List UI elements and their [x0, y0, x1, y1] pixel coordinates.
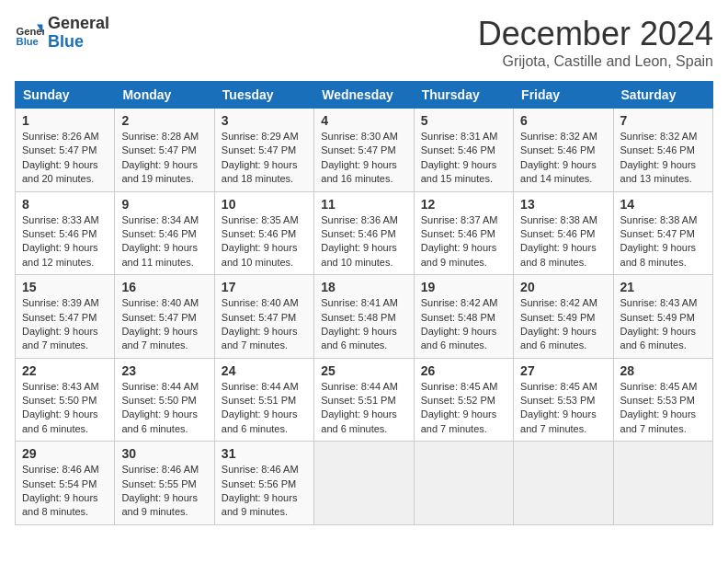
cell-info-line: Sunset: 5:47 PM — [222, 144, 307, 157]
cell-info-line: Sunrise: 8:37 AM — [421, 213, 506, 227]
cell-info-line: Daylight: 9 hours — [22, 491, 108, 505]
cell-info-line: and 9 minutes. — [421, 256, 506, 270]
day-number: 10 — [222, 197, 307, 212]
day-number: 28 — [620, 363, 706, 378]
calendar-cell: 30Sunrise: 8:46 AMSunset: 5:55 PMDayligh… — [115, 442, 214, 525]
cell-info-line: Sunset: 5:47 PM — [222, 311, 307, 325]
cell-info-line: and 14 minutes. — [520, 172, 606, 186]
cell-info-line: Sunrise: 8:31 AM — [421, 130, 506, 144]
calendar-cell — [514, 442, 613, 525]
cell-info-line: Sunrise: 8:46 AM — [222, 463, 307, 477]
week-row-3: 15Sunrise: 8:39 AMSunset: 5:47 PMDayligh… — [16, 275, 713, 359]
calendar-cell: 11Sunrise: 8:36 AMSunset: 5:46 PMDayligh… — [314, 191, 414, 275]
cell-info-line: Sunrise: 8:34 AM — [121, 213, 207, 227]
header-day-sunday: Sunday — [16, 82, 115, 109]
cell-info-line: Sunrise: 8:38 AM — [520, 213, 606, 227]
calendar-body: 1Sunrise: 8:26 AMSunset: 5:47 PMDaylight… — [16, 109, 713, 525]
cell-info-line: Sunset: 5:51 PM — [222, 394, 307, 408]
svg-text:Blue: Blue — [17, 36, 39, 47]
week-row-2: 8Sunrise: 8:33 AMSunset: 5:46 PMDaylight… — [16, 191, 713, 275]
cell-info-line: Sunset: 5:46 PM — [520, 144, 606, 157]
calendar-cell: 3Sunrise: 8:29 AMSunset: 5:47 PMDaylight… — [214, 109, 313, 192]
cell-info-line: Sunset: 5:47 PM — [321, 144, 406, 157]
header-row: SundayMondayTuesdayWednesdayThursdayFrid… — [16, 82, 713, 109]
cell-info-line: Sunset: 5:49 PM — [520, 311, 606, 325]
cell-info-line: and 12 minutes. — [22, 256, 108, 270]
cell-info-line: and 6 minutes. — [22, 422, 108, 436]
cell-info-line: Sunrise: 8:29 AM — [222, 130, 307, 144]
calendar-cell: 18Sunrise: 8:41 AMSunset: 5:48 PMDayligh… — [314, 275, 414, 359]
cell-info-line: and 7 minutes. — [22, 339, 108, 352]
cell-info-line: Daylight: 9 hours — [222, 408, 307, 421]
cell-info-line: and 15 minutes. — [421, 172, 506, 186]
page-header: General Blue GeneralBlue December 2024 G… — [15, 15, 713, 70]
cell-info-line: Sunset: 5:47 PM — [22, 144, 108, 157]
cell-info-line: and 6 minutes. — [520, 339, 606, 352]
header-day-tuesday: Tuesday — [214, 82, 313, 109]
cell-info-line: and 13 minutes. — [620, 172, 706, 186]
cell-info-line: Sunrise: 8:41 AM — [321, 296, 406, 310]
header-day-friday: Friday — [514, 82, 613, 109]
day-number: 17 — [222, 280, 307, 294]
logo: General Blue GeneralBlue — [15, 15, 109, 52]
cell-info-line: Sunrise: 8:32 AM — [520, 130, 606, 144]
logo-icon: General Blue — [15, 18, 44, 48]
cell-info-line: Daylight: 9 hours — [22, 241, 108, 255]
cell-info-line: Daylight: 9 hours — [121, 325, 207, 339]
cell-info-line: Sunrise: 8:46 AM — [121, 463, 207, 477]
cell-info-line: Sunset: 5:46 PM — [421, 144, 506, 157]
cell-info-line: and 6 minutes. — [421, 339, 506, 352]
cell-info-line: and 18 minutes. — [222, 172, 307, 186]
day-number: 1 — [22, 113, 108, 128]
calendar-cell: 22Sunrise: 8:43 AMSunset: 5:50 PMDayligh… — [16, 358, 115, 442]
cell-info-line: Sunset: 5:46 PM — [121, 227, 207, 241]
week-row-5: 29Sunrise: 8:46 AMSunset: 5:54 PMDayligh… — [16, 442, 713, 525]
calendar-cell: 12Sunrise: 8:37 AMSunset: 5:46 PMDayligh… — [414, 191, 513, 275]
cell-info-line: Sunrise: 8:36 AM — [321, 213, 406, 227]
day-number: 15 — [22, 280, 108, 294]
cell-info-line: Sunset: 5:51 PM — [321, 394, 406, 408]
calendar-cell: 10Sunrise: 8:35 AMSunset: 5:46 PMDayligh… — [214, 191, 313, 275]
day-number: 21 — [620, 280, 706, 294]
cell-info-line: Daylight: 9 hours — [121, 241, 207, 255]
calendar-cell: 7Sunrise: 8:32 AMSunset: 5:46 PMDaylight… — [613, 109, 712, 192]
cell-info-line: Daylight: 9 hours — [121, 158, 207, 172]
day-number: 7 — [620, 113, 706, 128]
logo-text: GeneralBlue — [48, 15, 109, 52]
cell-info-line: Sunset: 5:50 PM — [121, 394, 207, 408]
week-row-4: 22Sunrise: 8:43 AMSunset: 5:50 PMDayligh… — [16, 358, 713, 442]
cell-info-line: and 8 minutes. — [620, 256, 706, 270]
day-number: 3 — [222, 113, 307, 128]
cell-info-line: Sunset: 5:48 PM — [421, 311, 506, 325]
cell-info-line: Daylight: 9 hours — [321, 241, 406, 255]
cell-info-line: Sunrise: 8:26 AM — [22, 130, 108, 144]
cell-info-line: Sunset: 5:46 PM — [421, 227, 506, 241]
cell-info-line: and 10 minutes. — [321, 256, 406, 270]
cell-info-line: Daylight: 9 hours — [520, 408, 606, 421]
cell-info-line: Sunset: 5:47 PM — [22, 311, 108, 325]
calendar-cell: 31Sunrise: 8:46 AMSunset: 5:56 PMDayligh… — [214, 442, 313, 525]
cell-info-line: Sunset: 5:46 PM — [620, 144, 706, 157]
cell-info-line: Daylight: 9 hours — [22, 158, 108, 172]
calendar-cell — [613, 442, 712, 525]
cell-info-line: Sunrise: 8:38 AM — [620, 213, 706, 227]
day-number: 23 — [121, 363, 207, 378]
day-number: 12 — [421, 197, 506, 212]
cell-info-line: Sunset: 5:46 PM — [22, 227, 108, 241]
cell-info-line: Daylight: 9 hours — [620, 408, 706, 421]
calendar-cell: 17Sunrise: 8:40 AMSunset: 5:47 PMDayligh… — [214, 275, 313, 359]
cell-info-line: Daylight: 9 hours — [520, 158, 606, 172]
cell-info-line: Sunrise: 8:33 AM — [22, 213, 108, 227]
cell-info-line: Sunset: 5:54 PM — [22, 477, 108, 491]
cell-info-line: and 6 minutes. — [222, 422, 307, 436]
cell-info-line: Sunrise: 8:28 AM — [121, 130, 207, 144]
cell-info-line: Daylight: 9 hours — [22, 325, 108, 339]
cell-info-line: and 7 minutes. — [222, 339, 307, 352]
day-number: 8 — [22, 197, 108, 212]
cell-info-line: Sunset: 5:53 PM — [620, 394, 706, 408]
day-number: 20 — [520, 280, 606, 294]
cell-info-line: Daylight: 9 hours — [121, 408, 207, 421]
cell-info-line: Daylight: 9 hours — [421, 241, 506, 255]
calendar-cell: 5Sunrise: 8:31 AMSunset: 5:46 PMDaylight… — [414, 109, 513, 192]
cell-info-line: Sunrise: 8:43 AM — [620, 296, 706, 310]
